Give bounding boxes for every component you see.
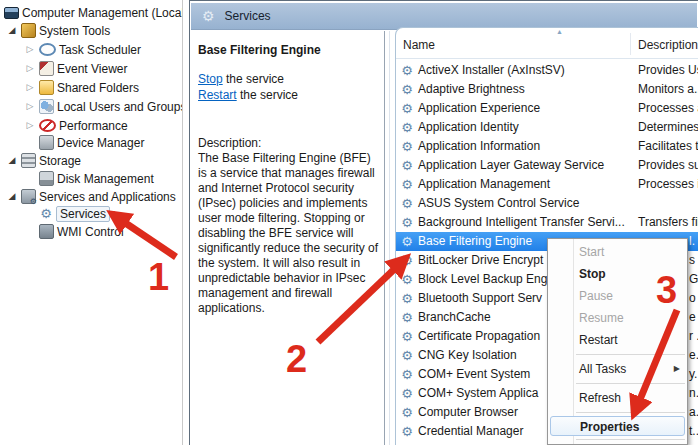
tree-pane: Computer Management (Local System Tools … <box>0 0 183 445</box>
service-gear-icon: ⚙ <box>400 102 414 115</box>
table-row[interactable]: ⚙Adaptive BrightnessMonitors a... <box>396 80 698 99</box>
service-gear-icon: ⚙ <box>400 178 414 191</box>
menu-item-refresh[interactable]: Refresh <box>548 387 687 409</box>
service-gear-icon: ⚙ <box>400 273 414 286</box>
expand-collapse-icon[interactable] <box>6 152 18 169</box>
menu-item-all-tasks[interactable]: All Tasks▶ <box>548 358 687 380</box>
service-name: COM+ System Applica <box>418 384 538 403</box>
stop-service-link[interactable]: Stop <box>198 72 223 86</box>
service-name: Computer Browser <box>418 403 518 422</box>
users-icon <box>39 99 54 114</box>
chevron-right-icon[interactable] <box>24 79 36 96</box>
storage-icon <box>21 153 36 168</box>
task-scheduler-icon <box>39 43 56 56</box>
service-gear-icon: ⚙ <box>400 254 414 267</box>
table-row[interactable]: ⚙ASUS System Control Service <box>396 194 698 213</box>
restart-link-suffix: the service <box>237 88 298 102</box>
tree-item-computer-management[interactable]: Computer Management (Local <box>0 4 183 21</box>
service-name: ASUS System Control Service <box>418 194 579 213</box>
service-gear-icon: ⚙ <box>400 197 414 210</box>
expand-collapse-icon[interactable] <box>6 188 18 205</box>
service-name: Application Identity <box>418 118 519 137</box>
service-gear-icon: ⚙ <box>400 64 414 77</box>
service-action-links: Stop the service Restart the service <box>198 71 298 103</box>
tree-item-label: System Tools <box>39 24 110 38</box>
service-gear-icon: ⚙ <box>400 83 414 96</box>
service-description: Transfers fil... <box>638 213 698 232</box>
description-fragment: n. <box>689 384 698 403</box>
tree-item-device-manager[interactable]: Device Manager <box>0 134 183 151</box>
service-description: Provides su... <box>638 156 698 175</box>
tree-item-shared-folders[interactable]: Shared Folders <box>0 79 183 96</box>
service-gear-icon: ⚙ <box>400 425 414 438</box>
tree-item-task-scheduler[interactable]: Task Scheduler <box>0 41 183 58</box>
service-name: Credential Manager <box>418 422 523 441</box>
tree-item-system-tools[interactable]: System Tools <box>0 22 183 39</box>
tree-item-disk-management[interactable]: Disk Management <box>0 170 183 187</box>
tree-item-label: Task Scheduler <box>59 43 141 57</box>
tree-item-event-viewer[interactable]: Event Viewer <box>0 60 183 77</box>
service-gear-icon: ⚙ <box>400 349 414 362</box>
service-description-text: The Base Filtering Engine (BFE) is a ser… <box>198 151 380 316</box>
service-description: Facilitates t... <box>638 137 698 156</box>
column-separator[interactable] <box>630 33 631 55</box>
chevron-right-icon[interactable] <box>24 98 36 115</box>
tree-item-label: Performance <box>59 119 128 133</box>
service-description: Monitors a... <box>638 80 698 99</box>
tree-item-wmi-control[interactable]: WMI Control <box>0 223 183 240</box>
description-fragment: G <box>689 270 698 289</box>
snapin-header-bar: ⚙ Services <box>191 3 697 30</box>
table-row[interactable]: ⚙Application ManagementProcesses in... <box>396 175 698 194</box>
service-description: Processes in... <box>638 175 698 194</box>
expand-collapse-icon[interactable] <box>6 22 18 39</box>
table-row[interactable]: ⚙Background Intelligent Transfer Servi..… <box>396 213 698 232</box>
service-gear-icon: ⚙ <box>400 140 414 153</box>
stop-link-suffix: the service <box>223 72 284 86</box>
tree-item-local-users-and-groups[interactable]: Local Users and Groups <box>0 98 183 115</box>
service-gear-icon: ⚙ <box>400 159 414 172</box>
service-name: Background Intelligent Transfer Servi... <box>418 213 625 232</box>
service-gear-icon: ⚙ <box>400 121 414 134</box>
menu-separator <box>576 383 685 384</box>
description-fragment: e . <box>689 308 698 327</box>
description-fragment: l. <box>689 232 695 251</box>
table-row[interactable]: ⚙Application ExperienceProcesses a... <box>396 99 698 118</box>
restart-service-link[interactable]: Restart <box>198 88 237 102</box>
tree-item-services[interactable]: ⚙ Services <box>0 205 183 222</box>
table-row[interactable]: ⚙ActiveX Installer (AxInstSV)Provides Us… <box>396 61 698 80</box>
description-fragment: t... <box>689 422 698 441</box>
menu-separator <box>576 412 685 413</box>
table-row[interactable]: ⚙Application IdentityDetermines ... <box>396 118 698 137</box>
service-gear-icon: ⚙ <box>400 387 414 400</box>
chevron-right-icon[interactable] <box>24 60 36 77</box>
description-fragment: s <box>689 251 695 270</box>
column-header-description[interactable]: Description <box>638 38 698 52</box>
service-name: Application Management <box>418 175 550 194</box>
description-fragment: e. <box>689 346 698 365</box>
service-name: BitLocker Drive Encrypt <box>418 251 543 270</box>
tree-item-services-and-applications[interactable]: Services and Applications <box>0 188 183 205</box>
menu-item-restart[interactable]: Restart <box>548 329 687 351</box>
service-gear-icon: ⚙ <box>400 330 414 343</box>
description-fragment: a. <box>689 403 698 422</box>
shared-folders-icon <box>39 80 54 95</box>
menu-item-stop[interactable]: Stop <box>548 263 687 285</box>
menu-separator <box>576 354 685 355</box>
service-gear-icon: ⚙ <box>400 292 414 305</box>
snapin-title: Services <box>225 9 271 23</box>
selected-service-title: Base Filtering Engine <box>198 43 321 57</box>
tree-item-label: Storage <box>39 154 81 168</box>
service-gear-icon: ⚙ <box>400 311 414 324</box>
table-row[interactable]: ⚙Application Layer Gateway ServiceProvid… <box>396 156 698 175</box>
menu-item-properties[interactable]: Properties <box>550 416 685 436</box>
column-header-name[interactable]: Name <box>403 38 435 52</box>
tree-item-storage[interactable]: Storage <box>0 152 183 169</box>
computer-management-window: Computer Management (Local System Tools … <box>0 0 698 445</box>
table-row[interactable]: ⚙Application InformationFacilitates t... <box>396 137 698 156</box>
tree-item-label: WMI Control <box>57 225 124 239</box>
chevron-right-icon[interactable] <box>24 117 36 134</box>
service-name: Application Layer Gateway Service <box>418 156 604 175</box>
header-divider <box>396 58 698 59</box>
tree-item-performance[interactable]: Performance <box>0 117 183 134</box>
chevron-right-icon[interactable] <box>24 41 36 58</box>
